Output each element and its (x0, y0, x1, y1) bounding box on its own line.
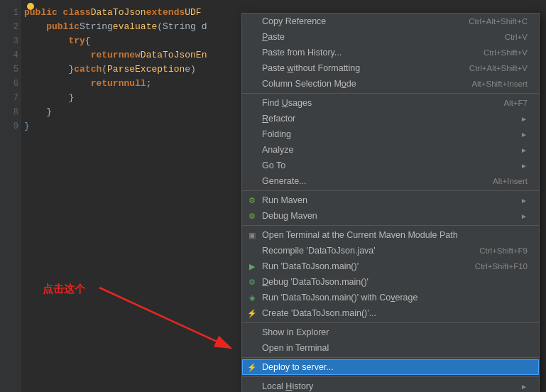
yellow-indicator (27, 3, 34, 10)
menu-item-debug-maven[interactable]: ⚙ Debug Maven ► (242, 208, 539, 224)
menu-item-go-to[interactable]: Go To ► (242, 158, 539, 173)
menu-item-copy-reference[interactable]: Copy Reference Ctrl+Alt+Shift+C (242, 13, 539, 29)
code-line-5: } catch (ParseException e) (24, 62, 239, 77)
context-menu: Copy Reference Ctrl+Alt+Shift+C Paste Ct… (241, 13, 540, 392)
code-line-8: } (24, 105, 239, 119)
code-line-4: return new DataToJsonEn (24, 48, 239, 62)
menu-item-paste[interactable]: Paste Ctrl+V (242, 29, 539, 45)
code-line-1: public class DataToJson extends UDF (24, 6, 239, 20)
menu-item-column-selection[interactable]: Column Selection Mode Alt+Shift+Insert (242, 76, 539, 92)
line-numbers: 1 2 3 4 5 6 7 8 9 (0, 0, 21, 392)
menu-item-generate[interactable]: Generate... Alt+Insert (242, 173, 539, 189)
menu-item-refactor[interactable]: Refactor ► (242, 111, 539, 126)
menu-item-deploy-server[interactable]: ⚡ Deploy to server... (242, 359, 539, 375)
menu-item-create[interactable]: ⚡ Create 'DataToJson.main()'... (242, 305, 539, 321)
deploy-icon: ⚡ (245, 363, 259, 372)
code-line-9: } (24, 119, 239, 134)
menu-item-folding[interactable]: Folding ► (242, 126, 539, 142)
menu-item-run-coverage[interactable]: ◈ Run 'DataToJson.main()' with Coverage (242, 290, 539, 305)
menu-item-paste-from-history[interactable]: Paste from History... Ctrl+Shift+V (242, 45, 539, 60)
run-icon: ▶ (245, 262, 259, 271)
code-lines: public class DataToJson extends UDF publ… (21, 0, 241, 139)
maven-run-icon: ⚙ (245, 196, 259, 205)
menu-item-show-explorer[interactable]: Show in Explorer (242, 325, 539, 340)
create-icon: ⚡ (245, 309, 259, 318)
menu-item-analyze[interactable]: Analyze ► (242, 142, 539, 158)
separator-6 (242, 376, 539, 377)
maven-debug-icon: ⚙ (245, 212, 259, 221)
terminal-icon: ▣ (245, 231, 259, 240)
separator-4 (242, 322, 539, 323)
menu-item-local-history[interactable]: Local History ► (242, 379, 539, 392)
annotation-text: 点击这个 (43, 283, 86, 295)
code-line-7: } (24, 91, 239, 105)
code-line-6: return null; (24, 77, 239, 91)
coverage-icon: ◈ (245, 293, 259, 303)
menu-item-open-terminal[interactable]: ▣ Open Terminal at the Current Maven Mod… (242, 227, 539, 243)
code-line-2: public String evaluate(String d (24, 20, 239, 34)
separator-1 (242, 93, 539, 94)
menu-item-find-usages[interactable]: Find Usages Alt+F7 (242, 95, 539, 111)
menu-item-run-maven[interactable]: ⚙ Run Maven ► (242, 192, 539, 208)
separator-5 (242, 357, 539, 358)
debug-icon: ⚙ (245, 278, 259, 287)
menu-item-paste-without-formatting[interactable]: Paste without Formatting Ctrl+Alt+Shift+… (242, 60, 539, 76)
menu-item-run[interactable]: ▶ Run 'DataToJson.main()' Ctrl+Shift+F10 (242, 258, 539, 274)
menu-item-recompile[interactable]: Recompile 'DataToJson.java' Ctrl+Shift+F… (242, 243, 539, 258)
svg-line-0 (99, 288, 231, 348)
code-line-3: try { (24, 34, 239, 48)
menu-item-debug[interactable]: ⚙ Debug 'DataToJson.main()' (242, 274, 539, 290)
menu-item-open-in-terminal[interactable]: Open in Terminal (242, 340, 539, 356)
separator-2 (242, 190, 539, 191)
annotation-arrow: 点击这个 (43, 277, 241, 369)
separator-3 (242, 225, 539, 226)
